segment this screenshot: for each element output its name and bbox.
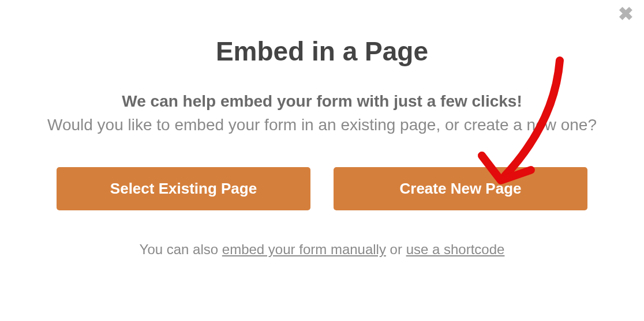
create-new-page-button[interactable]: Create New Page <box>334 167 587 210</box>
shortcode-link[interactable]: use a shortcode <box>406 241 505 257</box>
modal-title: Embed in a Page <box>0 36 644 67</box>
select-existing-page-button[interactable]: Select Existing Page <box>57 167 310 210</box>
embed-modal: Embed in a Page We can help embed your f… <box>0 0 644 258</box>
close-icon[interactable]: ✖ <box>618 5 634 23</box>
footer-mid: or <box>386 241 406 257</box>
embed-manually-link[interactable]: embed your form manually <box>222 241 386 257</box>
subtitle-secondary: Would you like to embed your form in an … <box>0 114 644 137</box>
footer-prefix: You can also <box>140 241 222 257</box>
subtitle-primary: We can help embed your form with just a … <box>0 90 644 112</box>
footer-text: You can also embed your form manually or… <box>0 241 644 258</box>
button-row: Select Existing Page Create New Page <box>0 167 644 210</box>
